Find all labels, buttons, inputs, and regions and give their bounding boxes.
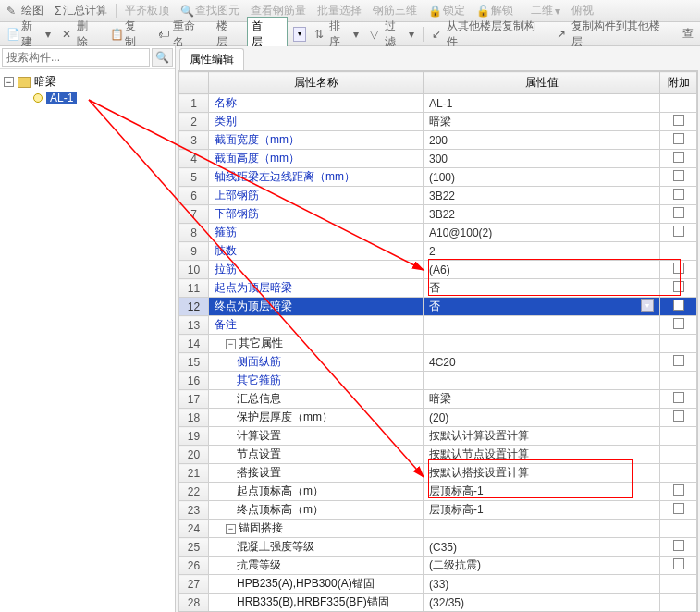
group-collapse-icon[interactable]: − (226, 524, 236, 534)
table-row[interactable]: 23终点顶标高（m）层顶标高-1 (179, 501, 697, 520)
checkbox[interactable] (673, 226, 684, 237)
table-row[interactable]: 1名称AL-1 (179, 94, 697, 113)
property-value-cell[interactable]: 3B22 (424, 205, 660, 224)
property-value-cell[interactable]: (C35) (424, 538, 660, 557)
property-value-cell[interactable]: 200 (424, 131, 660, 150)
property-name-cell: 备注 (209, 316, 424, 335)
checkbox[interactable] (673, 189, 684, 200)
property-value-cell[interactable]: 否 (424, 279, 660, 298)
checkbox[interactable] (673, 318, 684, 329)
dropdown-icon[interactable]: ▾ (641, 299, 654, 312)
find-button[interactable]: 查 (680, 25, 696, 43)
checkbox[interactable] (673, 410, 684, 422)
table-row[interactable]: 13备注 (179, 316, 697, 335)
table-row[interactable]: 28HRB335(B),HRBF335(BF)锚固(32/35) (179, 594, 697, 612)
col-name[interactable]: 属性名称 (209, 72, 424, 94)
secondary-toolbar: 📄新建 ▾ ✕删除 📋复制 🏷重命名 楼层 首层▾ ⇅排序 ▾ ▽过滤 ▾ ↙从… (0, 22, 700, 46)
checkbox[interactable] (673, 281, 684, 292)
property-value-cell[interactable]: (20) (424, 409, 660, 427)
group-collapse-icon[interactable]: − (226, 339, 236, 349)
table-row[interactable]: 22起点顶标高（m）层顶标高-1 (179, 483, 697, 501)
extra-cell (660, 205, 697, 224)
table-row[interactable]: 4截面高度（mm）300 (179, 150, 697, 168)
property-value-cell[interactable]: 按默认计算设置计算 (424, 427, 660, 446)
checkbox[interactable] (673, 152, 684, 163)
property-value-cell[interactable]: 2 (424, 242, 660, 261)
property-value-cell[interactable]: (32/35) (424, 594, 660, 612)
tree-root-node[interactable]: − 暗梁 (4, 73, 171, 91)
table-row[interactable]: 7下部钢筋3B22 (179, 205, 697, 224)
property-value-cell[interactable]: 按默认搭接设置计算 (424, 464, 660, 483)
table-row[interactable]: 21搭接设置按默认搭接设置计算 (179, 464, 697, 483)
table-row[interactable]: 16其它箍筋 (179, 372, 697, 390)
row-number: 13 (179, 316, 209, 335)
property-value-cell[interactable]: (33) (424, 575, 660, 594)
floor-dropdown-icon[interactable]: ▾ (293, 27, 306, 42)
property-value-cell[interactable]: AL-1 (424, 94, 660, 113)
property-value-cell[interactable]: 层顶标高-1 (424, 483, 660, 501)
table-row[interactable]: 9肢数2 (179, 242, 697, 261)
checkbox[interactable] (673, 263, 684, 274)
table-row[interactable]: 12终点为顶层暗梁否▾ (179, 298, 697, 316)
table-row[interactable]: 26抗震等级(二级抗震) (179, 557, 697, 575)
search-button[interactable]: 🔍 (152, 48, 173, 67)
col-value[interactable]: 属性值 (424, 72, 660, 94)
checkbox[interactable] (673, 558, 684, 569)
table-row[interactable]: 19计算设置按默认计算设置计算 (179, 427, 697, 446)
checkbox[interactable] (673, 207, 684, 218)
property-value-cell[interactable]: 3B22 (424, 187, 660, 205)
property-value-cell[interactable] (424, 520, 660, 538)
table-row[interactable]: 14−其它属性 (179, 335, 697, 353)
table-row[interactable]: 3截面宽度（mm）200 (179, 131, 697, 150)
row-number: 24 (179, 520, 209, 538)
tree-child-node[interactable]: AL-1 (4, 91, 171, 105)
checkbox[interactable] (673, 170, 684, 181)
checkbox[interactable] (673, 540, 684, 551)
table-row[interactable]: 17汇总信息暗梁 (179, 390, 697, 409)
checkbox[interactable] (673, 133, 684, 144)
row-number: 26 (179, 557, 209, 575)
checkbox[interactable] (673, 392, 684, 403)
extra-cell (660, 335, 697, 353)
checkbox[interactable] (673, 355, 684, 366)
table-row[interactable]: 15侧面纵筋4C20 (179, 353, 697, 372)
table-row[interactable]: 6上部钢筋3B22 (179, 187, 697, 205)
checkbox[interactable] (673, 300, 684, 311)
table-row[interactable]: 10拉筋(A6) (179, 261, 697, 279)
property-value-cell[interactable]: (A6) (424, 261, 660, 279)
col-extra[interactable]: 附加 (660, 72, 697, 94)
property-value-cell[interactable]: 300 (424, 150, 660, 168)
tab-property-edit[interactable]: 属性编辑 (179, 48, 244, 70)
property-value-cell[interactable]: 否▾ (424, 298, 660, 316)
property-value-cell[interactable] (424, 316, 660, 335)
property-name-cell: −其它属性 (209, 335, 424, 353)
table-row[interactable]: 27HPB235(A),HPB300(A)锚固(33) (179, 575, 697, 594)
checkbox[interactable] (673, 503, 684, 514)
property-value-cell[interactable]: 暗梁 (424, 390, 660, 409)
property-value-cell[interactable]: 按默认节点设置计算 (424, 446, 660, 464)
row-number: 8 (179, 224, 209, 242)
property-value-cell[interactable]: A10@100(2) (424, 224, 660, 242)
col-rownum[interactable] (179, 72, 209, 94)
collapse-icon[interactable]: − (4, 77, 14, 87)
table-row[interactable]: 20节点设置按默认节点设置计算 (179, 446, 697, 464)
property-value-cell[interactable]: (100) (424, 168, 660, 187)
search-input[interactable] (2, 48, 150, 67)
property-value-cell[interactable] (424, 372, 660, 390)
table-row[interactable]: 25混凝土强度等级(C35) (179, 538, 697, 557)
property-value-cell[interactable] (424, 335, 660, 353)
table-row[interactable]: 11起点为顶层暗梁否 (179, 279, 697, 298)
checkbox[interactable] (673, 115, 684, 126)
property-name-cell: 截面宽度（mm） (209, 131, 424, 150)
table-row[interactable]: 8箍筋A10@100(2) (179, 224, 697, 242)
checkbox[interactable] (673, 484, 684, 496)
table-row[interactable]: 18保护层厚度（mm）(20) (179, 409, 697, 427)
table-row[interactable]: 24−锚固搭接 (179, 520, 697, 538)
property-value-cell[interactable]: 层顶标高-1 (424, 501, 660, 520)
property-value-cell[interactable]: 暗梁 (424, 113, 660, 131)
component-icon (33, 93, 43, 103)
table-row[interactable]: 5轴线距梁左边线距离（mm）(100) (179, 168, 697, 187)
property-value-cell[interactable]: (二级抗震) (424, 557, 660, 575)
property-value-cell[interactable]: 4C20 (424, 353, 660, 372)
table-row[interactable]: 2类别暗梁 (179, 113, 697, 131)
